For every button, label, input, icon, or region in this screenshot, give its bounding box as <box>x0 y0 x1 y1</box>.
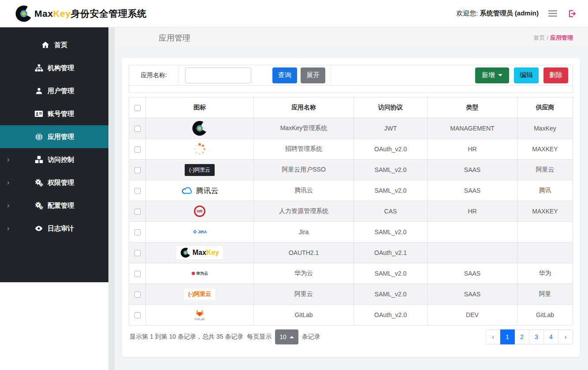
select-all-checkbox[interactable] <box>134 105 141 111</box>
user-icon <box>34 86 43 95</box>
cell-app-name: Jira <box>254 222 354 243</box>
cell-type <box>428 243 517 263</box>
cell-vendor: GitLab <box>517 305 573 325</box>
cell-app-name: GitLab <box>254 305 354 325</box>
edit-button[interactable]: 编辑 <box>514 67 539 83</box>
cell-vendor: MAXKEY <box>517 139 573 160</box>
sidebar-item-access-control[interactable]: › 访问控制 <box>0 148 108 171</box>
cell-vendor <box>517 222 573 243</box>
chevron-right-icon: › <box>7 156 9 164</box>
cubes-icon <box>34 155 43 164</box>
column-header-icon: 图标 <box>146 97 254 118</box>
row-checkbox[interactable] <box>134 188 141 194</box>
table-row[interactable]: (-)阿里云 阿里云 SAML_v2.0 SAAS 阿里 <box>129 284 573 305</box>
sidebar-item-home[interactable]: 首页 <box>0 34 108 56</box>
eye-icon <box>34 224 43 233</box>
table-row[interactable]: ✽ 华为云 华为云 SAML_v2.0 SAAS 华为 <box>129 263 573 284</box>
cell-protocol: SAML_v2.0 <box>354 222 428 243</box>
sidebar-item-label: 机构管理 <box>48 64 74 72</box>
query-button[interactable]: 查询 <box>272 67 297 83</box>
column-header-name: 应用名称 <box>254 97 354 118</box>
apps-table: 图标 应用名称 访问协议 类型 供应商 MaxKey管理系统 JW <box>129 97 573 325</box>
page-4-button[interactable]: 4 <box>544 329 558 344</box>
maxkey-logo-icon <box>15 5 33 22</box>
page-1-button[interactable]: 1 <box>500 329 515 344</box>
globe-icon <box>34 132 43 141</box>
sidebar-item-users[interactable]: 用户管理 <box>0 79 108 102</box>
expand-button[interactable]: 展开 <box>301 67 325 83</box>
sidebar-column: 首页 机构管理 用户管理 账号管理 <box>0 27 108 370</box>
cell-vendor: 阿里云 <box>517 160 573 180</box>
cell-type: HR <box>428 201 517 222</box>
row-checkbox[interactable] <box>134 229 141 235</box>
column-header-type: 类型 <box>428 97 517 118</box>
gears-icon <box>34 178 43 187</box>
delete-button[interactable]: 删除 <box>543 67 568 83</box>
sidebar-item-label: 账号管理 <box>48 110 74 118</box>
table-row[interactable]: MaxKey OAUTH2.1 OAuth_v2.1 <box>129 243 573 263</box>
sidebar-item-org[interactable]: 机构管理 <box>0 56 108 79</box>
app-icon-aliyun-orange: (-)阿里云 <box>183 288 216 300</box>
page-next-button[interactable]: › <box>558 329 573 344</box>
table-row[interactable]: 招聘管理系统 OAuth_v2.0 HR MAXKEY <box>129 139 573 160</box>
sidebar-item-permissions[interactable]: › 权限管理 <box>0 171 108 194</box>
apps-card: 应用名称: 查询 展开 新增 编辑 删除 <box>122 58 580 357</box>
cell-protocol: SAML_v2.0 <box>354 180 428 201</box>
page-2-button[interactable]: 2 <box>515 329 529 344</box>
sidebar-item-audit[interactable]: › 日志审计 <box>0 217 108 240</box>
app-icon-maxkey <box>146 120 253 136</box>
sidebar-item-apps[interactable]: 应用管理 <box>0 125 108 148</box>
pagination: ‹ 1 2 3 4 › <box>486 329 573 344</box>
sidebar-item-accounts[interactable]: 账号管理 <box>0 102 108 125</box>
sidebar-item-label: 用户管理 <box>48 87 74 95</box>
breadcrumb-home-link[interactable]: 首页 <box>533 34 545 41</box>
sidebar: 首页 机构管理 用户管理 账号管理 <box>0 27 108 282</box>
row-checkbox[interactable] <box>134 167 141 173</box>
search-label: 应用名称: <box>129 65 179 85</box>
per-page-label: 每页显示 <box>247 333 272 341</box>
row-checkbox[interactable] <box>134 250 141 256</box>
row-checkbox[interactable] <box>134 209 141 215</box>
page-3-button[interactable]: 3 <box>529 329 544 344</box>
page-title: 应用管理 <box>159 33 190 43</box>
menu-toggle-icon[interactable] <box>548 10 557 17</box>
row-checkbox[interactable] <box>134 126 141 132</box>
page-size-select[interactable]: 10 <box>275 329 298 344</box>
logout-icon[interactable] <box>567 9 577 19</box>
row-checkbox[interactable] <box>134 146 141 153</box>
table-row[interactable]: GitLab GitLab OAuth_v2.0 DEV GitLab <box>129 305 573 325</box>
row-checkbox[interactable] <box>134 312 141 318</box>
table-row[interactable]: JIRA Jira SAML_v2.0 <box>129 222 573 243</box>
table-row[interactable]: HR 人力资源管理系统 CAS HR MAXKEY <box>129 201 573 222</box>
app-icon-gitlab: GitLab <box>194 309 205 321</box>
page-prev-button[interactable]: ‹ <box>486 329 500 344</box>
search-toolbar-strip <box>129 85 573 93</box>
caret-down-icon <box>498 74 502 76</box>
sidebar-item-label: 日志审计 <box>48 224 74 233</box>
pagination-info: 显示第 1 到第 10 条记录，总共 35 条记录 每页显示 10 条记录 <box>129 329 320 344</box>
table-row[interactable]: (-)阿里云 阿里云用户SSO SAML_v2.0 SAAS 阿里云 <box>129 160 573 180</box>
top-navbar: MaxKey身份安全管理系统 欢迎您: 系统管理员 (admin) <box>0 0 588 27</box>
sidebar-item-config[interactable]: › 配置管理 <box>0 194 108 217</box>
sidebar-item-label: 权限管理 <box>48 179 74 187</box>
cell-app-name: 腾讯云 <box>254 180 354 201</box>
cell-protocol: SAML_v2.0 <box>354 160 428 180</box>
cell-type <box>428 222 517 243</box>
app-name-input[interactable] <box>185 67 251 83</box>
sidebar-item-label: 配置管理 <box>48 202 74 210</box>
cell-type: SAAS <box>428 160 517 180</box>
pagination-bar: 显示第 1 到第 10 条记录，总共 35 条记录 每页显示 10 条记录 ‹ … <box>129 329 573 344</box>
row-checkbox[interactable] <box>134 292 141 298</box>
sidebar-item-label: 首页 <box>54 41 67 49</box>
table-row[interactable]: MaxKey管理系统 JWT MANAGEMENT MaxKey <box>129 118 573 139</box>
row-checkbox[interactable] <box>134 271 141 277</box>
cell-type: MANAGEMENT <box>428 118 517 139</box>
chevron-right-icon: › <box>7 179 9 187</box>
chevron-right-icon: › <box>7 224 9 232</box>
cell-protocol: CAS <box>354 201 428 222</box>
cell-vendor: MAXKEY <box>517 201 573 222</box>
records-info: 显示第 1 到第 10 条记录，总共 35 条记录 <box>130 333 243 341</box>
table-row[interactable]: 腾讯云 腾讯云 SAML_v2.0 SAAS 腾讯 <box>129 180 573 201</box>
add-button[interactable]: 新增 <box>475 67 509 83</box>
cell-type: SAAS <box>428 263 517 284</box>
